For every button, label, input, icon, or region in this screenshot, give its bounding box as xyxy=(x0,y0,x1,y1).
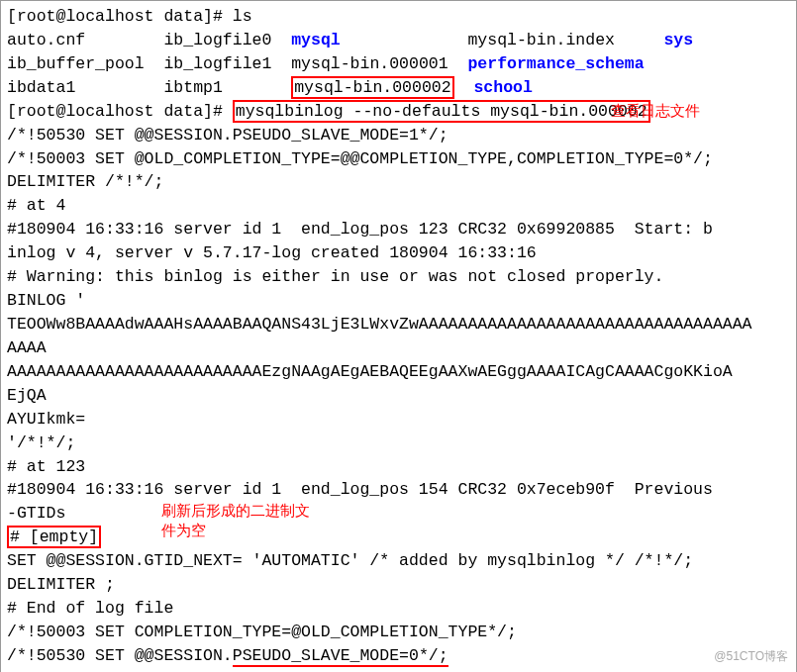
annotation-label: 刷新后形成的二进制文 xyxy=(161,500,310,522)
output-line: # End of log file xyxy=(7,597,790,621)
file-name: ibdata1 xyxy=(7,78,75,97)
file-name: auto.cnf xyxy=(7,31,85,49)
output-line: '/*!*/; xyxy=(7,432,790,455)
shell-prompt: [root@localhost data]# ls xyxy=(7,7,252,26)
output-line: /*!50530 SET @@SESSION.PSEUDO_SLAVE_MODE… xyxy=(7,644,790,668)
dir-name: school xyxy=(473,78,532,97)
highlighted-empty: # [empty] xyxy=(7,526,101,548)
annotation-label: 件为空 xyxy=(161,520,206,541)
output-line: DELIMITER /*!*/; xyxy=(7,170,790,194)
output-line: /*!50003 SET COMPLETION_TYPE=@OLD_COMPLE… xyxy=(7,621,790,644)
output-line: TEOOWw8BAAAAdwAAAHsAAAABAAQANS43LjE3LWxv… xyxy=(7,313,790,336)
annotation-label: 查看日志文件 xyxy=(611,100,700,122)
output-line: AAAA xyxy=(7,336,790,360)
dir-name: sys xyxy=(663,31,693,49)
dir-name: performance_schema xyxy=(467,54,644,73)
output-line: /*!50003 SET @OLD_COMPLETION_TYPE=@@COMP… xyxy=(7,147,790,171)
output-line: DELIMITER ; xyxy=(7,573,790,597)
highlighted-command: mysqlbinlog --no-defaults mysql-bin.0000… xyxy=(233,100,650,123)
output-line: # Warning: this binlog is either in use … xyxy=(7,265,790,289)
output-line: #180904 16:33:16 server id 1 end_log_pos… xyxy=(7,218,790,241)
file-name: ib_logfile1 xyxy=(163,54,271,73)
watermark-label: @51CTO博客 xyxy=(714,648,788,665)
file-name: ib_logfile0 xyxy=(163,31,271,49)
output-line: AAAAAAAAAAAAAAAAAAAAAAAAAAEzgNAAgAEgAEBA… xyxy=(7,360,790,384)
file-name: mysql-bin.index xyxy=(467,31,615,49)
terminal-line: [root@localhost data]# ls xyxy=(7,5,790,29)
output-line: SET @@SESSION.GTID_NEXT= 'AUTOMATIC' /* … xyxy=(7,549,790,573)
file-name: mysql-bin.000001 xyxy=(291,54,448,73)
output-line: #180904 16:33:16 server id 1 end_log_pos… xyxy=(7,478,790,502)
output-line: AYUIkmk= xyxy=(7,408,790,432)
output-line: # at 4 xyxy=(7,194,790,218)
output-line: EjQA xyxy=(7,384,790,408)
output-line: # [empty] xyxy=(7,526,790,549)
output-line: /*!50530 SET @@SESSION.PSEUDO_SLAVE_MODE… xyxy=(7,124,790,147)
output-line: -GTIDs xyxy=(7,502,790,526)
output-line: inlog v 4, server v 5.7.17-log created 1… xyxy=(7,241,790,265)
highlighted-file: mysql-bin.000002 xyxy=(291,76,453,99)
dir-name: mysql xyxy=(291,31,341,49)
file-name: ib_buffer_pool xyxy=(7,54,145,73)
file-name: ibtmp1 xyxy=(163,78,222,97)
underlined-text: PSEUDO_SLAVE_MODE=0*/; xyxy=(233,646,448,667)
output-line: BINLOG ' xyxy=(7,289,790,313)
ls-row: ibdata1 ibtmp1 mysql-bin.000002 school xyxy=(7,76,790,100)
ls-row: ib_buffer_pool ib_logfile1 mysql-bin.000… xyxy=(7,52,790,76)
output-line: # at 123 xyxy=(7,455,790,479)
shell-prompt: [root@localhost data]# xyxy=(7,102,233,121)
output-text: /*!50530 SET @@SESSION. xyxy=(7,646,233,665)
ls-row: auto.cnf ib_logfile0 mysql mysql-bin.ind… xyxy=(7,29,790,52)
